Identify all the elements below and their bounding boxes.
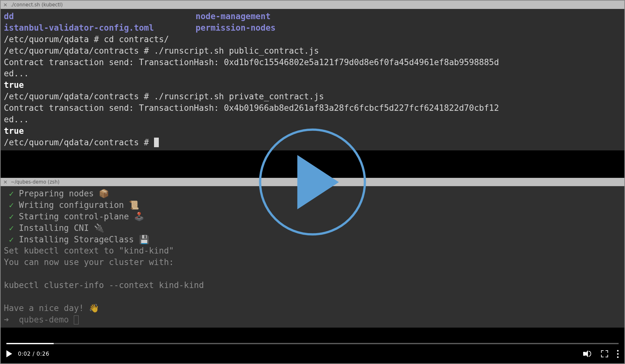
output-line: Contract transaction send: TransactionHa…: [4, 103, 499, 113]
check-icon: ✓: [9, 212, 14, 221]
step-text: Writing configuration: [19, 200, 129, 210]
output-true: true: [4, 80, 24, 90]
play-button[interactable]: [259, 129, 366, 236]
output-line: Have a nice day! 👋: [4, 303, 99, 313]
prompt: /etc/quorum/qdata #: [4, 34, 104, 44]
prompt: ➜ qubes-demo: [4, 315, 74, 324]
disk-icon: 💾: [139, 235, 149, 244]
output-true: true: [4, 126, 24, 136]
output-line: You can now use your cluster with:: [4, 257, 174, 267]
package-icon: 📦: [99, 189, 109, 198]
cursor-icon: [154, 138, 159, 147]
more-options-button[interactable]: [617, 350, 619, 358]
cursor-icon: [74, 315, 79, 324]
command-text: ./runscript.sh public_contract.js: [154, 46, 319, 56]
fullscreen-button[interactable]: [601, 350, 608, 357]
upper-terminal-titlebar: ✕ ./connect.sh (kubectl): [1, 1, 624, 9]
output-line: ed...: [4, 69, 29, 78]
output-line: ed...: [4, 115, 29, 124]
video-controls-bar: 0:02 / 0:26: [1, 344, 624, 363]
lower-terminal-title: ~/qubes-demo (zsh): [11, 179, 59, 185]
check-icon: ✓: [9, 189, 14, 198]
scroll-icon: 📜: [129, 200, 139, 210]
dir-item: permission-nodes: [196, 22, 275, 34]
dir-item: istanbul-validator-config.toml: [4, 22, 196, 34]
command-text: ./runscript.sh private_contract.js: [154, 92, 324, 101]
prompt: /etc/quorum/qdata/contracts #: [4, 46, 154, 56]
dir-item: dd: [4, 11, 196, 22]
check-icon: ✓: [9, 235, 14, 244]
video-player[interactable]: ✕ ./connect.sh (kubectl) ddnode-manageme…: [0, 0, 625, 364]
joystick-icon: 🕹️: [134, 212, 144, 221]
step-text: Installing CNI: [19, 223, 94, 233]
close-icon[interactable]: ✕: [3, 179, 7, 185]
check-icon: ✓: [9, 200, 14, 210]
prompt: /etc/quorum/qdata/contracts #: [4, 92, 154, 101]
volume-button[interactable]: [583, 350, 592, 358]
play-icon: [297, 155, 339, 209]
prompt: /etc/quorum/qdata/contracts #: [4, 138, 154, 147]
step-text: Preparing nodes: [19, 189, 99, 198]
dir-item: node-management: [196, 11, 271, 22]
video-time-display: 0:02 / 0:26: [18, 351, 49, 357]
step-text: Starting control-plane: [19, 212, 134, 221]
step-text: Installing StorageClass: [19, 235, 139, 244]
play-small-button[interactable]: [6, 350, 12, 357]
output-line: Set kubectl context to "kind-kind": [4, 246, 174, 255]
check-icon: ✓: [9, 223, 14, 233]
command-text: cd contracts/: [104, 34, 169, 44]
plug-icon: 🔌: [94, 223, 104, 233]
close-icon[interactable]: ✕: [3, 2, 7, 8]
output-line: kubectl cluster-info --context kind-kind: [4, 280, 204, 290]
upper-terminal-title: ./connect.sh (kubectl): [11, 2, 63, 8]
output-line: Contract transaction send: TransactionHa…: [4, 57, 499, 67]
